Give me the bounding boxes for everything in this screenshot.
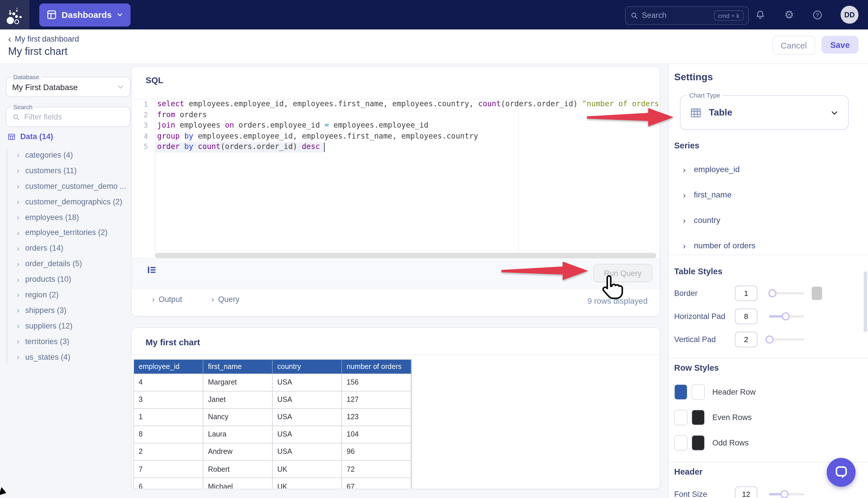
result-toggles-row: › Output › Query 9 rows displayed	[132, 294, 660, 311]
panel-scrollbar[interactable]	[864, 271, 867, 332]
table-cell: Laura	[203, 426, 273, 443]
format-query-button[interactable]	[147, 265, 157, 277]
query-toggle-label: Query	[218, 295, 239, 303]
border-color-swatch[interactable]	[812, 287, 822, 300]
code-token: orders	[175, 110, 207, 119]
vertical-pad-slider[interactable]	[769, 338, 804, 341]
settings-button[interactable]: ⚙	[783, 8, 795, 21]
save-button[interactable]: Save	[821, 36, 858, 54]
table-tree-item[interactable]: ›order_details (5)	[6, 256, 121, 271]
query-section-toggle[interactable]: › Query	[211, 294, 239, 304]
code-line: join employees on orders.employee_id = e…	[157, 120, 428, 131]
table-tree-item[interactable]: ›categories (4)	[6, 147, 121, 163]
table-row: 7RobertUK72	[134, 461, 411, 478]
table-tree-item[interactable]: ›orders (14)	[6, 240, 121, 256]
slider-knob[interactable]	[782, 312, 790, 320]
global-search-input[interactable]: Search cmd + k	[625, 6, 749, 25]
code-token: desc	[302, 142, 320, 151]
horizontal-scrollbar[interactable]	[155, 253, 656, 258]
row-style-color-swatch[interactable]	[674, 410, 687, 425]
annotation-arrow-run-query	[502, 261, 589, 280]
table-chart-icon	[690, 106, 702, 119]
table-tree-item[interactable]: ›products (10)	[6, 271, 121, 287]
user-avatar[interactable]: DD	[841, 6, 858, 24]
table-tree-item[interactable]: ›customer_customer_demo ...	[6, 179, 121, 194]
horizontal-pad-slider[interactable]	[769, 315, 804, 317]
code-token: employees.employee_id, employees.first_n…	[184, 100, 478, 108]
table-cell: USA	[273, 391, 342, 408]
style-row-label: Border	[674, 289, 698, 298]
table-tree-item[interactable]: ›region (2)	[6, 287, 121, 303]
table-styles-title: Table Styles	[674, 267, 722, 276]
table-tree-item[interactable]: ›territories (3)	[6, 333, 121, 349]
table-tree-item[interactable]: ›suppliers (12)	[6, 318, 121, 334]
table-cell: UK	[273, 461, 342, 478]
series-item[interactable]: ›employee_id	[669, 156, 868, 182]
mouse-cursor-fragment	[0, 487, 8, 497]
filter-fields-input[interactable]: Search Filter fields	[6, 107, 131, 127]
series-item[interactable]: ›country	[669, 207, 868, 233]
table-tree-item[interactable]: ›customers (11)	[6, 163, 121, 179]
code-token: employees.employee_id, employees.first_n…	[193, 131, 478, 140]
table-header-cell: country	[273, 360, 342, 374]
code-token: (orders.order_id)	[501, 100, 582, 108]
table-tree-label: customer_demographics (2)	[25, 197, 122, 206]
table-cell: 6	[134, 478, 203, 489]
output-toggle-label: Output	[158, 295, 182, 303]
font-size-input[interactable]: 12	[735, 486, 757, 498]
slider-knob[interactable]	[781, 490, 789, 498]
data-section-label: Data (14)	[20, 132, 53, 141]
cancel-button[interactable]: Cancel	[773, 36, 815, 55]
border-slider[interactable]	[769, 292, 804, 294]
output-section-toggle[interactable]: › Output	[152, 294, 182, 304]
line-number: 3	[144, 121, 148, 130]
code-token: join	[157, 121, 175, 129]
row-style-color-swatch[interactable]	[674, 384, 687, 400]
code-line: from orders	[157, 109, 207, 120]
row-style-color-swatch[interactable]	[691, 410, 705, 425]
slider-knob[interactable]	[765, 336, 773, 343]
line-number: 4	[144, 132, 148, 140]
dashboards-button[interactable]: Dashboards	[39, 3, 131, 26]
help-button[interactable]: ?	[811, 8, 824, 21]
table-cell: 8	[134, 426, 203, 443]
table-tree: ›categories (4)›customers (11)›customer_…	[6, 147, 121, 365]
svg-text:?: ?	[816, 12, 819, 18]
series-item[interactable]: ›number of orders	[669, 233, 868, 258]
table-cell: 1	[134, 408, 203, 426]
row-style-color-swatch[interactable]	[691, 435, 705, 451]
database-value: My First Database	[12, 82, 78, 92]
series-item[interactable]: ›first_name	[669, 182, 868, 207]
support-chat-button[interactable]	[827, 458, 856, 487]
table-tree-item[interactable]: ›employee_territories (2)	[6, 225, 121, 240]
vertical-pad-input[interactable]: 2	[735, 332, 757, 347]
breadcrumb[interactable]: ‹ My first dashboard	[8, 35, 79, 43]
line-number: 2	[144, 111, 148, 119]
page-title: My first chart	[8, 45, 68, 58]
database-select[interactable]: Database My First Database	[6, 77, 131, 97]
row-style-color-swatch[interactable]	[674, 435, 687, 451]
app-logo[interactable]	[0, 0, 29, 29]
back-chevron-icon: ‹	[8, 35, 11, 43]
row-style-color-swatch[interactable]	[691, 384, 705, 400]
horizontal-pad-input[interactable]: 8	[735, 309, 757, 324]
table-tree-item[interactable]: ›shippers (3)	[6, 303, 121, 318]
chart-preview-card: My first chart employee_idfirst_namecoun…	[131, 327, 660, 489]
data-section-toggle[interactable]: Data (14)	[8, 132, 53, 141]
sql-code-editor[interactable]: select employees.employee_id, employees.…	[155, 99, 659, 253]
filter-search-label: Search	[11, 103, 35, 110]
chat-bubble-icon	[834, 465, 848, 480]
search-icon	[630, 11, 638, 19]
chevron-down-icon	[830, 108, 839, 117]
table-tree-item[interactable]: ›employees (18)	[6, 209, 121, 225]
code-token: orders.employee_id	[234, 121, 324, 129]
table-tree-item[interactable]: ›us_states (4)	[6, 349, 121, 365]
font-size-slider[interactable]	[769, 493, 804, 495]
border-input[interactable]: 1	[735, 286, 757, 301]
table-tree-item[interactable]: ›customer_demographics (2)	[6, 194, 121, 209]
notifications-button[interactable]	[754, 8, 767, 21]
code-token	[180, 131, 184, 140]
table-tree-label: order_details (5)	[25, 259, 82, 268]
chart-type-select[interactable]: Chart Type Table	[680, 95, 848, 130]
slider-knob[interactable]	[768, 289, 776, 297]
